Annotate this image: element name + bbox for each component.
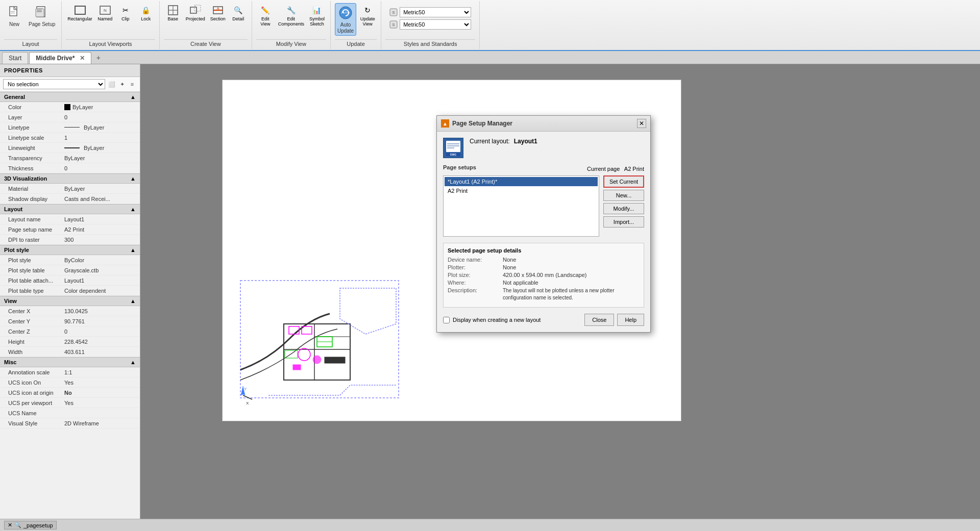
auto-update-icon: AUTO xyxy=(337,5,354,21)
list-item-layout1-a2[interactable]: *Layout1 (A2 Print)* xyxy=(445,177,598,186)
prop-ucs-name: UCS Name xyxy=(0,408,140,418)
dialog-title: ▲ Page Setup Manager xyxy=(441,119,512,128)
close-button[interactable]: Close xyxy=(584,314,614,326)
list-item-a2-print[interactable]: A2 Print xyxy=(445,186,598,195)
new-setup-button[interactable]: New... xyxy=(603,190,644,201)
svg-rect-10 xyxy=(37,11,42,12)
help-button[interactable]: Help xyxy=(617,314,644,326)
new-button[interactable]: New xyxy=(4,3,24,29)
dwg-icon: DWG xyxy=(443,138,463,158)
lock-button[interactable]: 🔒 Lock xyxy=(137,3,155,22)
prop-ucs-per-viewport: UCS per viewport Yes xyxy=(0,398,140,408)
svg-rect-49 xyxy=(446,141,460,152)
svg-rect-39 xyxy=(293,365,301,370)
3d-viz-section-header[interactable]: 3D Visualization ▲ xyxy=(0,173,140,184)
detail-button[interactable]: 🔍 Detail xyxy=(229,3,248,22)
detail-plotter: Plotter: None xyxy=(448,264,640,270)
symbol-sketch-label: SymbolSketch xyxy=(309,16,325,27)
page-setups-label: Page setups xyxy=(443,164,476,170)
tab-add-button[interactable]: + xyxy=(92,52,105,64)
selection-dropdown[interactable]: No selection xyxy=(3,79,105,89)
status-bar: ✕ 🔍 _pagesetup xyxy=(0,519,980,531)
style1-select[interactable]: Metric50 xyxy=(400,7,471,17)
tab-close-button[interactable]: ✕ xyxy=(80,55,85,62)
detail-plot-size: Plot size: 420.00 x 594.00 mm (Landscape… xyxy=(448,272,640,278)
plot-style-section-header[interactable]: Plot style ▲ xyxy=(0,245,140,255)
ucs-icon: X Y xyxy=(233,385,253,406)
set-current-button[interactable]: Set Current xyxy=(603,175,644,188)
base-button[interactable]: Base xyxy=(164,3,182,22)
3d-viz-section-body: Material ByLayer Shadow display Casts an… xyxy=(0,184,140,204)
layout-collapse-icon: ▲ xyxy=(130,206,136,212)
tab-bar: Start Middle Drive* ✕ + xyxy=(0,51,980,64)
view-section-header[interactable]: View ▲ xyxy=(0,296,140,306)
prop-plot-style-table: Plot style table Grayscale.ctb xyxy=(0,265,140,275)
named-viewport-button[interactable]: N Named xyxy=(96,3,114,22)
dialog-action-buttons: Close Help xyxy=(584,314,644,326)
svg-text:A: A xyxy=(217,7,219,10)
select-object-icon[interactable]: ⬜ xyxy=(107,80,116,89)
import-setup-button[interactable]: Import... xyxy=(603,216,644,227)
edit-components-icon: 🔧 xyxy=(285,4,297,16)
dialog-titlebar: ▲ Page Setup Manager ✕ xyxy=(437,116,650,132)
projected-button[interactable]: Projected xyxy=(184,3,207,22)
section-button[interactable]: A Section xyxy=(209,3,227,22)
svg-line-45 xyxy=(243,395,252,399)
svg-text:Y: Y xyxy=(244,387,247,391)
svg-rect-2 xyxy=(11,11,15,12)
prop-page-setup-name: Page setup name A2 Print xyxy=(0,224,140,235)
viewports-group-label: Layout Viewports xyxy=(66,39,155,47)
toolbar-group-viewports: Rectangular N Named ✂ Clip 🔒 Lock Layout… xyxy=(62,1,160,49)
page-setup-label: Page Setup xyxy=(29,21,55,28)
update-group-label: Update xyxy=(335,39,377,47)
lock-icon: 🔒 xyxy=(140,4,152,16)
prop-width: Width 403.611 xyxy=(0,347,140,357)
layout-section-header[interactable]: Layout ▲ xyxy=(0,204,140,214)
edit-view-icon: ✏️ xyxy=(259,4,272,16)
color-swatch xyxy=(64,104,70,110)
lock-label: Lock xyxy=(141,16,151,21)
svg-rect-43 xyxy=(325,357,345,363)
page-setup-list[interactable]: *Layout1 (A2 Print)* A2 Print xyxy=(443,175,599,237)
edit-view-button[interactable]: ✏️ EditView xyxy=(256,3,275,28)
edit-components-button[interactable]: 🔧 EditComponents xyxy=(277,3,306,28)
style2-select[interactable]: Metric50 xyxy=(400,19,471,30)
cmd-text: _pagesetup xyxy=(23,522,53,528)
properties-toggle-icon[interactable]: ≡ xyxy=(128,80,137,89)
page-setup-button[interactable]: Page Setup xyxy=(27,3,57,29)
canvas-area[interactable]: X Y ▲ Page Setup Manager ✕ xyxy=(140,64,980,519)
prop-annotation-scale: Annotation scale 1:1 xyxy=(0,367,140,377)
base-icon xyxy=(167,4,179,16)
tab-middle-drive[interactable]: Middle Drive* ✕ xyxy=(29,52,91,64)
display-checkbox-row: Display when creating a new layout xyxy=(443,317,541,323)
cmd-close-icon[interactable]: ✕ xyxy=(8,522,12,528)
clip-icon: ✂ xyxy=(119,4,132,16)
update-view-icon: ↻ xyxy=(361,4,374,16)
cmd-search-icon[interactable]: 🔍 xyxy=(14,522,21,528)
prop-ucs-icon-origin: UCS icon at origin No xyxy=(0,388,140,398)
general-section-header[interactable]: General ▲ xyxy=(0,92,140,102)
projected-label: Projected xyxy=(186,16,205,21)
toolbar-group-layout: New Page Setup Layout xyxy=(0,1,62,49)
prop-transparency: Transparency ByLayer xyxy=(0,153,140,163)
prop-visual-style: Visual Style 2D Wireframe xyxy=(0,418,140,428)
prop-plot-table-type: Plot table type Color dependent xyxy=(0,286,140,296)
prop-dpi-raster: DPI to raster 300 xyxy=(0,235,140,245)
quick-select-icon[interactable]: ✦ xyxy=(117,80,127,89)
rectangular-button[interactable]: Rectangular xyxy=(66,3,94,22)
misc-section-header[interactable]: Misc ▲ xyxy=(0,357,140,367)
tab-start[interactable]: Start xyxy=(2,52,28,64)
detail-description: Description: The layout will not be plot… xyxy=(448,287,640,301)
display-checkbox[interactable] xyxy=(443,317,450,323)
prop-center-x: Center X 130.0425 xyxy=(0,306,140,316)
symbol-sketch-button[interactable]: 📊 SymbolSketch xyxy=(308,3,326,28)
dialog-close-button[interactable]: ✕ xyxy=(637,119,646,128)
modify-setup-button[interactable]: Modify... xyxy=(603,203,644,214)
svg-rect-11 xyxy=(75,6,85,14)
prop-center-y: Center Y 90.7761 xyxy=(0,316,140,326)
update-view-button[interactable]: ↻ UpdateView xyxy=(358,3,377,28)
clip-button[interactable]: ✂ Clip xyxy=(116,3,135,22)
detail-label: Detail xyxy=(232,16,244,21)
auto-update-button[interactable]: AUTO AutoUpdate xyxy=(335,3,356,36)
properties-panel: PROPERTIES No selection ⬜ ✦ ≡ General ▲ … xyxy=(0,64,140,519)
